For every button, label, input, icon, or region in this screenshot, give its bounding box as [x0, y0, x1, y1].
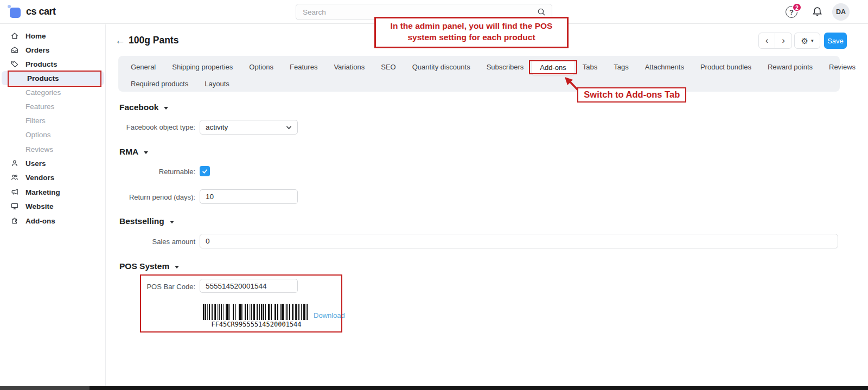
- sidebar-subitem-label: Categories: [25, 88, 61, 97]
- sidebar-subitem-label: Reviews: [25, 145, 53, 154]
- sidebar-item-users[interactable]: Users: [0, 156, 106, 170]
- sidebar-subitem-products[interactable]: Products: [2, 71, 104, 85]
- tab-options[interactable]: Options: [241, 59, 282, 75]
- facebook-object-type-select[interactable]: activity: [200, 120, 298, 135]
- settings-dropdown-button[interactable]: ⚙ ▾: [794, 33, 820, 49]
- sidebar-item-home[interactable]: Home: [0, 29, 106, 43]
- cscart-logo[interactable]: cs cart: [8, 3, 56, 20]
- sidebar-subitem-label: Products: [27, 74, 59, 82]
- sidebar: Home Orders Products Products Categories…: [0, 24, 106, 386]
- avatar-initials: DA: [836, 8, 846, 16]
- section-title: Facebook: [119, 103, 158, 112]
- tab-reward-points[interactable]: Reward points: [760, 59, 821, 75]
- sidebar-item-add-ons[interactable]: Add-ons: [0, 214, 106, 228]
- check-icon: [201, 168, 208, 175]
- pos-barcode-input[interactable]: [200, 279, 298, 293]
- return-period-label: Return period (days):: [106, 193, 195, 201]
- sales-amount-label: Sales amount: [106, 238, 195, 246]
- search-icon: [537, 8, 546, 16]
- puzzle-icon: [10, 216, 19, 226]
- selected-option: activity: [206, 123, 228, 131]
- bell-icon: [812, 6, 823, 17]
- prev-product-button[interactable]: ‹: [758, 33, 775, 49]
- section-caret-icon: [170, 221, 174, 223]
- sidebar-item-label: Products: [25, 60, 58, 68]
- sidebar-subitem-reviews[interactable]: Reviews: [0, 142, 106, 156]
- tab-shipping-properties[interactable]: Shipping properties: [164, 59, 241, 75]
- section-facebook-header[interactable]: Facebook: [119, 103, 168, 112]
- section-title: Bestselling: [119, 216, 164, 226]
- sidebar-item-label: Vendors: [25, 174, 54, 182]
- help-button[interactable]: ? 2: [786, 5, 800, 19]
- sidebar-subitem-options[interactable]: Options: [0, 127, 106, 142]
- tab-seo[interactable]: SEO: [373, 59, 404, 75]
- tab-reviews[interactable]: Reviews: [821, 59, 864, 75]
- tab-layouts[interactable]: Layouts: [196, 76, 238, 92]
- returnable-checkbox[interactable]: [200, 166, 210, 176]
- sidebar-item-label: Orders: [25, 46, 49, 54]
- notifications-button[interactable]: [812, 6, 823, 17]
- tab-attachments[interactable]: Attachments: [637, 59, 692, 75]
- sidebar-item-label: Home: [25, 32, 46, 40]
- tab-add-ons-wrap: Add-ons Switch to Add-ons Tab: [532, 62, 574, 72]
- sidebar-item-orders[interactable]: Orders: [0, 43, 106, 57]
- sidebar-item-label: Add-ons: [25, 217, 55, 225]
- avatar[interactable]: DA: [832, 3, 850, 21]
- pos-barcode-label: POS Bar Code:: [106, 283, 195, 291]
- barcode-download-link[interactable]: Download: [314, 311, 345, 319]
- tab-tags[interactable]: Tags: [605, 59, 636, 75]
- sidebar-subitem-label: Filters: [25, 117, 46, 125]
- section-caret-icon: [164, 107, 168, 110]
- sidebar-subitem-features[interactable]: Features: [0, 99, 106, 113]
- section-bestselling-header[interactable]: Bestselling: [119, 216, 174, 226]
- tab-general[interactable]: General: [123, 59, 164, 75]
- chevron-down-icon: [286, 125, 292, 130]
- gear-icon: ⚙: [801, 37, 808, 45]
- return-period-input[interactable]: [200, 189, 298, 204]
- sidebar-item-label: Marketing: [25, 188, 60, 196]
- home-icon: [10, 31, 19, 41]
- annotation-pos-note: In the admin panel, you will find the PO…: [374, 17, 569, 48]
- barcode-caption: FF45CR99555514520001544: [201, 321, 311, 328]
- section-rma-header[interactable]: RMA: [119, 147, 148, 157]
- monitor-icon: [10, 202, 19, 211]
- product-tabs: General Shipping properties Options Feat…: [118, 56, 840, 92]
- logo-text: cs cart: [26, 6, 56, 17]
- sidebar-item-products[interactable]: Products: [0, 57, 106, 71]
- section-caret-icon: [175, 266, 179, 268]
- sidebar-subitem-filters[interactable]: Filters: [0, 113, 106, 127]
- cscart-admin-page: cs cart ? 2 DA Ho: [0, 0, 868, 390]
- sidebar-item-website[interactable]: Website: [0, 199, 106, 213]
- tab-product-bundles[interactable]: Product bundles: [692, 59, 760, 75]
- tab-required-products[interactable]: Required products: [123, 76, 196, 92]
- sales-amount-input[interactable]: [200, 234, 838, 248]
- sidebar-subitem-label: Features: [25, 103, 54, 111]
- section-title: RMA: [119, 147, 138, 157]
- facebook-object-type-label: Facebook object type:: [106, 123, 195, 131]
- back-button[interactable]: ←: [115, 35, 125, 47]
- section-pos-header[interactable]: POS System: [119, 261, 179, 271]
- tab-features[interactable]: Features: [282, 59, 326, 75]
- tab-variations[interactable]: Variations: [326, 59, 373, 75]
- sidebar-item-marketing[interactable]: Marketing: [0, 185, 106, 199]
- next-product-button[interactable]: ›: [775, 33, 792, 49]
- tabs-row-1: General Shipping properties Options Feat…: [123, 59, 835, 75]
- sidebar-item-label: Website: [25, 202, 54, 210]
- megaphone-icon: [10, 188, 19, 197]
- tab-quantity-discounts[interactable]: Quantity discounts: [404, 59, 478, 75]
- tab-add-ons[interactable]: Add-ons: [532, 60, 574, 75]
- sidebar-item-vendors[interactable]: Vendors: [0, 170, 106, 184]
- cscart-logo-icon: [8, 3, 22, 20]
- section-title: POS System: [119, 261, 169, 271]
- save-button[interactable]: Save: [824, 33, 847, 49]
- tab-subscribers[interactable]: Subscribers: [478, 59, 532, 75]
- vendors-icon: [10, 173, 19, 182]
- returnable-label: Returnable:: [106, 168, 195, 176]
- barcode-image: [203, 304, 310, 320]
- logo-square: [10, 8, 21, 18]
- sidebar-subitem-categories[interactable]: Categories: [0, 85, 106, 99]
- caret-down-icon: ▾: [811, 38, 814, 43]
- pagination-group: ‹ ›: [758, 33, 792, 49]
- tab-tabs[interactable]: Tabs: [575, 59, 605, 75]
- orders-icon: [10, 46, 19, 55]
